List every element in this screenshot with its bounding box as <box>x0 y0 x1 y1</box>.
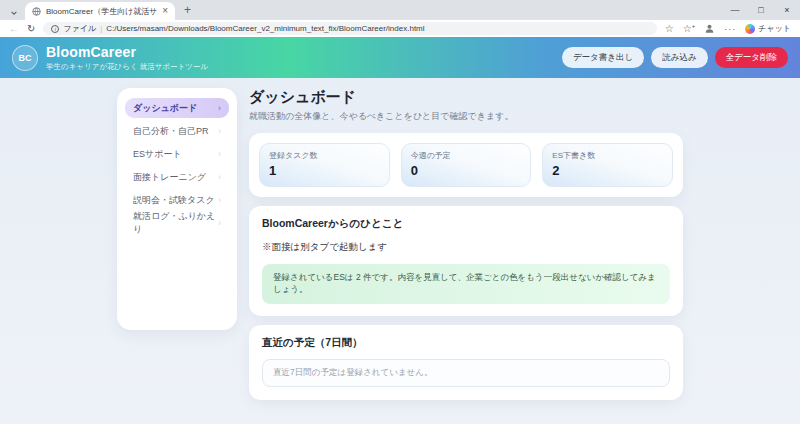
favorite-star-icon[interactable]: ☆ <box>665 24 674 34</box>
stat-es-drafts: ES下書き数 2 <box>542 143 673 187</box>
back-icon[interactable]: ← <box>9 24 19 34</box>
url-text: C:/Users/masam/Downloads/BloomCareer_v2_… <box>106 24 424 33</box>
sidebar-item-label: 面接トレーニング <box>133 171 206 184</box>
app-subtitle: 学生のキャリアが花ひらく 就活サポートツール <box>46 62 208 72</box>
sidebar: ダッシュボード › 自己分析・自己PR › ESサポート › 面接トレーニング … <box>117 88 237 330</box>
chevron-right-icon: › <box>218 126 221 136</box>
chevron-right-icon: › <box>218 195 221 205</box>
stat-value: 1 <box>269 163 380 178</box>
app-logo: BC <box>12 45 38 71</box>
interview-note: ※面接は別タブで起動します <box>262 241 670 254</box>
message-card: BloomCareerからのひとこと ※面接は別タブで起動します 登録されている… <box>249 206 683 316</box>
schedule-empty-state: 直近7日間の予定は登録されていません。 <box>262 359 670 387</box>
address-bar-row: ← ↻ i ファイル | C:/Users/masam/Downloads/Bl… <box>0 20 800 37</box>
copilot-label: チャット <box>758 23 791 34</box>
app-titles: BloomCareer 学生のキャリアが花ひらく 就活サポートツール <box>46 44 208 72</box>
sidebar-item-label: ダッシュボード <box>133 102 197 115</box>
sidebar-item-interview-training[interactable]: 面接トレーニング › <box>125 167 229 187</box>
stat-registered-tasks: 登録タスク数 1 <box>259 143 390 187</box>
browser-tab[interactable]: BloomCareer（学生向け就活サポー × <box>25 2 175 20</box>
stat-week-schedule: 今週の予定 0 <box>401 143 532 187</box>
sidebar-item-label: 自己分析・自己PR <box>133 125 209 138</box>
sidebar-item-dashboard[interactable]: ダッシュボード › <box>125 98 229 118</box>
schedule-card: 直近の予定（7日間） 直近7日間の予定は登録されていません。 <box>249 325 683 400</box>
export-data-button[interactable]: データ書き出し <box>562 47 644 68</box>
profile-icon[interactable] <box>704 20 715 38</box>
window-close-button[interactable]: × <box>774 0 800 20</box>
window-controls: — □ × <box>722 0 800 20</box>
browser-window: BloomCareer（学生向け就活サポー × + — □ × ← ↻ i ファ… <box>0 0 800 37</box>
sidebar-item-activity-log[interactable]: 就活ログ・ふりかえり › <box>125 213 229 233</box>
import-data-button[interactable]: 読み込み <box>651 47 707 68</box>
more-menu-icon[interactable]: ··· <box>724 24 736 34</box>
chevron-right-icon: › <box>218 218 221 228</box>
page-subtitle: 就職活動の全体像と、今やるべきことをひと目で確認できます。 <box>249 110 683 123</box>
stat-value: 0 <box>411 163 522 178</box>
browser-actions: ☆ ☆+ ··· チャット <box>665 20 791 38</box>
delete-all-data-button[interactable]: 全データ削除 <box>715 47 788 68</box>
sidebar-item-label: ESサポート <box>133 148 182 161</box>
tab-search-button[interactable] <box>6 3 22 18</box>
tab-strip: BloomCareer（学生向け就活サポー × + — □ × <box>0 0 800 20</box>
minimize-button[interactable]: — <box>722 0 748 20</box>
main-area: ダッシュボード 就職活動の全体像と、今やるべきことをひと目で確認できます。 登録… <box>249 88 683 400</box>
message-card-title: BloomCareerからのひとこと <box>262 217 670 231</box>
stats-card: 登録タスク数 1 今週の予定 0 ES下書き数 2 <box>249 133 683 197</box>
copilot-button[interactable]: チャット <box>745 23 791 34</box>
stat-label: ES下書き数 <box>552 150 663 161</box>
scheme-label: ファイル <box>63 23 96 34</box>
app-header: BC BloomCareer 学生のキャリアが花ひらく 就活サポートツール デー… <box>0 37 800 78</box>
stat-value: 2 <box>552 163 663 178</box>
collections-star-icon[interactable]: ☆+ <box>683 23 695 34</box>
refresh-icon[interactable]: ↻ <box>27 24 35 34</box>
header-buttons: データ書き出し 読み込み 全データ削除 <box>562 47 788 68</box>
sidebar-item-es-support[interactable]: ESサポート › <box>125 144 229 164</box>
copilot-icon <box>745 24 755 34</box>
chevron-right-icon: › <box>218 172 221 182</box>
page-title: ダッシュボード <box>249 88 683 107</box>
sidebar-item-self-analysis[interactable]: 自己分析・自己PR › <box>125 121 229 141</box>
sidebar-item-seminar-tasks[interactable]: 説明会・試験タスク › <box>125 190 229 210</box>
schedule-card-title: 直近の予定（7日間） <box>262 336 670 350</box>
chevron-right-icon: › <box>218 103 221 113</box>
tab-close-icon[interactable]: × <box>162 6 168 16</box>
new-tab-button[interactable]: + <box>184 3 191 17</box>
tab-title: BloomCareer（学生向け就活サポー <box>46 6 157 17</box>
info-icon[interactable]: i <box>51 25 59 33</box>
maximize-button[interactable]: □ <box>748 0 774 20</box>
sidebar-item-label: 就活ログ・ふりかえり <box>133 210 218 236</box>
stat-label: 登録タスク数 <box>269 150 380 161</box>
page-content: ダッシュボード › 自己分析・自己PR › ESサポート › 面接トレーニング … <box>0 78 800 424</box>
stat-label: 今週の予定 <box>411 150 522 161</box>
advice-highlight: 登録されているESは 2 件です。内容を見直して、企業ごとの色をもう一段出せない… <box>262 264 670 304</box>
app-title: BloomCareer <box>46 44 208 60</box>
address-bar[interactable]: i ファイル | C:/Users/masam/Downloads/BloomC… <box>43 22 656 35</box>
chevron-right-icon: › <box>218 149 221 159</box>
address-separator: | <box>100 24 102 33</box>
sidebar-item-label: 説明会・試験タスク <box>133 194 215 207</box>
globe-icon <box>32 2 41 20</box>
chevron-down-icon <box>10 3 18 21</box>
